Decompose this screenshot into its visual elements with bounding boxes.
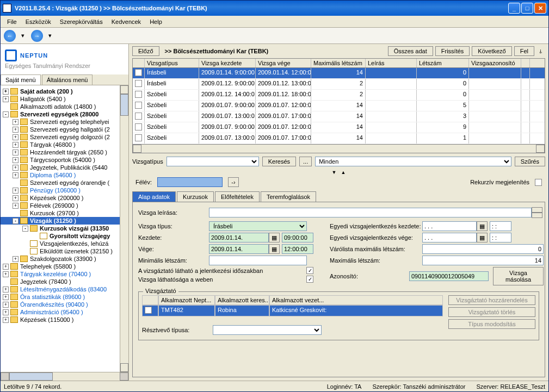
forward-dropdown-icon[interactable]: ▾ <box>48 32 53 39</box>
tree-item[interactable]: Szervezeti egység órarendje ( <box>1 179 120 186</box>
tree-item[interactable]: -Kurzusok vizsgái (31350 <box>1 225 120 232</box>
grid-header[interactable]: Vizsgatípus Vizsga kezdete Vizsga vége M… <box>133 59 545 68</box>
expand-icon[interactable]: + <box>13 165 18 171</box>
max-input[interactable] <box>422 256 544 265</box>
recursive-checkbox[interactable] <box>535 179 542 186</box>
table-row[interactable]: Írásbeli2009.01.12. 9:00:002009.01.12. 1… <box>133 79 545 90</box>
expand-icon[interactable]: + <box>3 89 9 95</box>
calendar-icon[interactable]: ▦ <box>477 221 488 231</box>
desc-input[interactable] <box>209 208 532 217</box>
tree-item[interactable]: Gyorsított vizsgajegy <box>1 232 120 240</box>
expand-icon[interactable]: + <box>13 134 18 140</box>
prev-button[interactable]: Előző <box>132 46 159 56</box>
search-more-button[interactable]: ... <box>299 157 312 166</box>
tree-vscroll[interactable] <box>120 85 128 372</box>
tree-item[interactable]: +Képzések (115000 ) <box>1 316 120 323</box>
expand-icon[interactable]: + <box>3 294 9 300</box>
id-input[interactable] <box>409 271 489 281</box>
expand-icon[interactable]: + <box>3 287 9 293</box>
expand-icon[interactable]: - <box>3 111 9 117</box>
tree-item[interactable]: +Szervezeti egység telephelyei <box>1 118 120 126</box>
expand-icon[interactable]: + <box>3 264 9 270</box>
tree-item[interactable]: +Hallgatók (5400 ) <box>1 95 120 103</box>
tab-courses[interactable]: Kurzusok <box>177 191 214 202</box>
type-select[interactable]: Írásbeli <box>209 221 307 231</box>
nav-tree[interactable]: +Saját adatok (200 )+Hallgatók (5400 )Al… <box>1 85 120 372</box>
tree-item[interactable]: Jegyzetek (78400 ) <box>1 278 120 285</box>
calendar-icon[interactable]: ▦ <box>269 244 280 254</box>
expand-icon[interactable]: + <box>3 271 9 277</box>
expand-icon[interactable]: + <box>13 150 18 155</box>
tree-item[interactable]: Elküldött üzenetek (32150 ) <box>1 247 120 255</box>
tree-item[interactable]: +Szakdolgozatok (33900 ) <box>1 255 120 263</box>
expand-icon[interactable]: + <box>13 119 18 125</box>
ek-time-input[interactable] <box>490 221 511 231</box>
tree-item[interactable]: +Képzések (200000 ) <box>1 194 120 202</box>
modify-type-button[interactable]: Típus mododsítás <box>448 319 535 329</box>
tree-item[interactable]: Vizsgajelentkezés, lehúzá <box>1 240 120 247</box>
minimize-button[interactable]: _ <box>508 3 520 14</box>
tree-item[interactable]: +Szervezeti egység hallgatói (2 <box>1 126 120 133</box>
calendar-icon[interactable]: ▦ <box>269 233 280 242</box>
examiner-row[interactable]: TMT482RobinaKatkicsné Greskovit: <box>142 305 443 316</box>
table-row[interactable]: Szóbeli2009.01.12. 14:00:02009.01.12. 18… <box>133 90 545 101</box>
expand-icon[interactable]: + <box>13 127 18 133</box>
tree-item[interactable]: +Adminisztráció (95400 ) <box>1 308 120 316</box>
tree-item[interactable]: +Félévek (269000 ) <box>1 202 120 209</box>
menu-roles[interactable]: Szerepkörváltás <box>55 17 107 26</box>
expand-icon[interactable]: + <box>3 96 9 102</box>
tree-item[interactable]: +Tárgyak (46800 ) <box>1 141 120 148</box>
menu-fav[interactable]: Kedvencek <box>107 17 145 26</box>
expand-icon[interactable]: + <box>3 309 9 315</box>
ev-time-input[interactable] <box>490 233 511 242</box>
tree-item[interactable]: Kurzusok (29700 ) <box>1 209 120 217</box>
tab-general-menu[interactable]: Általános menü <box>42 74 93 85</box>
filter-field-select[interactable] <box>166 157 259 166</box>
tab-rooms[interactable]: Teremfoglalások <box>261 191 316 202</box>
participant-type-select[interactable] <box>213 325 322 335</box>
tree-item[interactable]: +Tárgyak kezelése (70400 ) <box>1 270 120 278</box>
up-button[interactable]: Fel <box>514 46 534 56</box>
tree-item[interactable]: Alkalmazotti adatok (14800 ) <box>1 103 120 110</box>
tree-item[interactable]: +Jegyzetek, Publikációk (5440 <box>1 164 120 171</box>
expand-icon[interactable]: + <box>13 172 18 178</box>
refresh-button[interactable]: Frissítés <box>435 46 470 56</box>
back-button[interactable]: ← <box>4 30 16 42</box>
waitlist-input[interactable] <box>422 244 544 254</box>
vwe-checkbox[interactable] <box>306 276 313 283</box>
assign-examiner-button[interactable]: Vizsgáztató hozzárendelés <box>448 295 535 305</box>
desc-down-icon[interactable] <box>532 213 542 218</box>
semester-select[interactable] <box>157 177 223 187</box>
tree-item[interactable]: -Szervezeti egységek (28000 <box>1 110 120 118</box>
table-row[interactable]: Szóbeli2009.01.07. 13:00:02009.01.07. 17… <box>133 111 545 122</box>
forward-button[interactable]: → <box>31 30 43 42</box>
table-row[interactable]: Szóbeli2009.01.07. 13:00:02009.01.07. 17… <box>133 133 545 144</box>
grid-hscroll[interactable] <box>133 144 545 153</box>
expand-icon[interactable]: + <box>13 142 18 148</box>
tree-item[interactable]: +Pénzügy (106000 ) <box>1 186 120 194</box>
ev-date-input[interactable] <box>422 233 477 242</box>
expand-icon[interactable]: + <box>13 157 18 163</box>
end-date-input[interactable] <box>209 244 269 254</box>
maximize-button[interactable]: □ <box>521 3 533 14</box>
expand-icon[interactable]: + <box>13 188 18 194</box>
vlw-checkbox[interactable] <box>306 267 313 274</box>
table-row[interactable]: Szóbeli2009.01.07. 9:00:002009.01.07. 12… <box>133 101 545 111</box>
ek-date-input[interactable] <box>422 221 477 231</box>
tree-item[interactable]: +Saját adatok (200 ) <box>1 88 120 95</box>
tree-item[interactable]: +Diploma (54600 ) <box>1 171 120 179</box>
menu-file[interactable]: File <box>3 17 21 26</box>
delete-examiner-button[interactable]: Vizsgáztató törlés <box>448 307 535 317</box>
start-time-input[interactable] <box>282 233 313 242</box>
menu-help[interactable]: Help <box>145 17 166 26</box>
expand-icon[interactable]: - <box>22 226 28 232</box>
next-button[interactable]: Következő <box>472 46 511 56</box>
splitter-toggle[interactable]: ▼▲ <box>129 170 548 175</box>
expand-icon[interactable]: - <box>13 218 18 224</box>
tab-own-menu[interactable]: Saját menü <box>1 74 41 85</box>
back-dropdown-icon[interactable]: ▾ <box>21 32 26 39</box>
filter-scope-select[interactable]: Minden <box>315 157 511 166</box>
expand-icon[interactable]: + <box>13 203 18 209</box>
start-date-input[interactable] <box>209 233 269 242</box>
tab-prereq[interactable]: Előfeltételek <box>215 191 260 202</box>
